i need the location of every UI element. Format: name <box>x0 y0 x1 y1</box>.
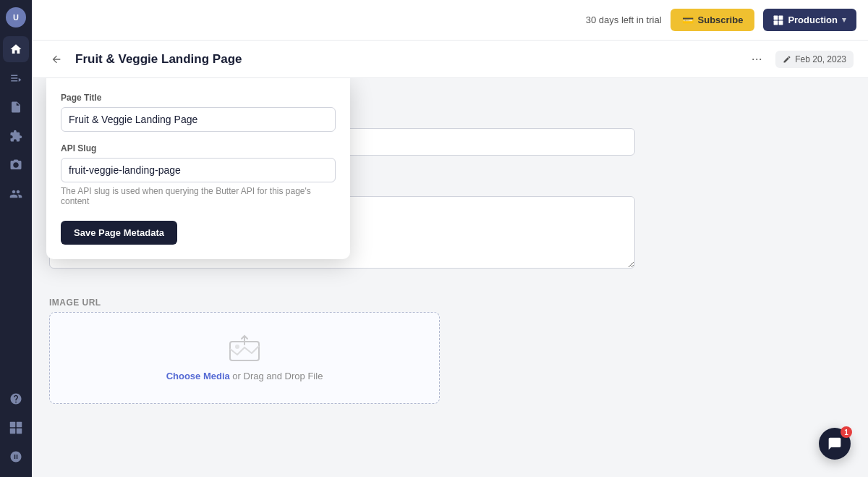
page-header: Fruit & Veggie Landing Page ··· Feb 20, … <box>32 41 868 78</box>
sidebar-item-members[interactable] <box>3 181 29 207</box>
avatar[interactable]: U <box>6 7 26 28</box>
page-title: Fruit & Veggie Landing Page <box>75 52 736 67</box>
chat-badge: 1 <box>841 426 852 438</box>
svg-rect-4 <box>774 15 778 20</box>
choose-media-link[interactable]: Choose Media <box>166 371 230 381</box>
slug-field-input[interactable] <box>61 158 336 182</box>
title-field-group: Page Title <box>61 93 336 132</box>
upload-icon <box>226 334 263 363</box>
more-button[interactable]: ··· <box>745 48 768 71</box>
main-area: 30 days left in trial 💳 Subscribe Produc… <box>32 0 868 477</box>
sidebar-item-help[interactable] <box>3 386 29 412</box>
sidebar-item-pages[interactable] <box>3 94 29 120</box>
metadata-popup: Page Title API Slug The API slug is used… <box>46 78 350 259</box>
sidebar: U <box>0 0 32 477</box>
sidebar-item-settings[interactable] <box>3 415 29 441</box>
svg-point-9 <box>235 345 239 349</box>
svg-rect-0 <box>10 422 16 428</box>
image-url-field-group: Image URL Choose Media or Drag and Drop … <box>49 297 608 404</box>
trial-text: 30 days left in trial <box>586 14 662 25</box>
slug-hint: The API slug is used when querying the B… <box>61 186 336 206</box>
subscribe-button[interactable]: 💳 Subscribe <box>671 9 755 31</box>
svg-rect-6 <box>774 20 778 25</box>
sidebar-item-components[interactable] <box>3 123 29 149</box>
svg-rect-1 <box>17 422 22 428</box>
sidebar-item-blog[interactable] <box>3 65 29 91</box>
sidebar-item-media[interactable] <box>3 152 29 178</box>
back-button[interactable] <box>46 49 67 69</box>
image-upload-box[interactable]: Choose Media or Drag and Drop File <box>49 312 440 404</box>
date-badge: Feb 20, 2023 <box>775 51 854 68</box>
chevron-down-icon: ▾ <box>842 15 846 25</box>
title-field-input[interactable] <box>61 107 336 132</box>
svg-rect-3 <box>17 429 22 434</box>
upload-text: Choose Media or Drag and Drop File <box>166 371 323 381</box>
save-metadata-button[interactable]: Save Page Metadata <box>61 221 177 245</box>
sidebar-item-home[interactable] <box>3 36 29 62</box>
topbar: 30 days left in trial 💳 Subscribe Produc… <box>32 0 868 41</box>
chat-bubble[interactable]: 1 <box>819 428 851 460</box>
pencil-icon <box>783 55 791 64</box>
slug-field-group: API Slug The API slug is used when query… <box>61 143 336 206</box>
content-area: Ho Content Description Image URL <box>32 78 868 477</box>
date-text: Feb 20, 2023 <box>795 54 846 64</box>
subscribe-icon: 💳 <box>682 14 694 25</box>
header-actions: ··· Feb 20, 2023 <box>745 48 854 71</box>
production-button[interactable]: Production ▾ <box>763 9 856 31</box>
svg-rect-5 <box>779 15 783 20</box>
grid-icon <box>773 15 783 25</box>
svg-rect-7 <box>779 20 783 25</box>
svg-rect-2 <box>10 429 16 434</box>
title-field-label: Page Title <box>61 93 336 103</box>
image-url-label: Image URL <box>49 297 608 308</box>
slug-field-label: API Slug <box>61 143 336 153</box>
sidebar-item-integrations[interactable] <box>3 444 29 470</box>
